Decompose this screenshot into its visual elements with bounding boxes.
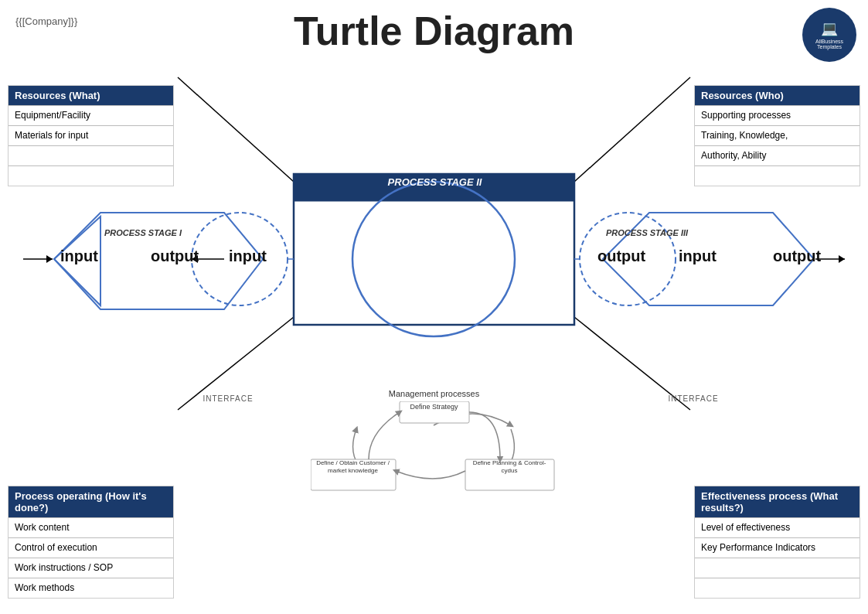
svg-line-0 (178, 77, 294, 182)
eff-row-4 (695, 578, 859, 598)
interface2-label: INTERFACE (655, 394, 732, 403)
proc-how-row-4: Work methods (9, 578, 173, 598)
stage2-label: PROCESS STAGE II (301, 176, 568, 188)
mgmt-title: Management processes (311, 389, 558, 398)
stage3-input-label: input (679, 247, 717, 265)
stage1-input-label: input (60, 247, 98, 265)
eff-row-3 (695, 558, 859, 578)
stage1-label: PROCESS STAGE I (85, 228, 201, 237)
mgmt-node3: Define Planning & Control-cydus (465, 459, 554, 476)
mgmt-node2: Define / Obtain Customer / market knowle… (311, 459, 396, 476)
mgmt-area: Management processes Define Strategy Def… (311, 389, 558, 494)
stage2-input-label: input (229, 247, 267, 265)
interface1-label: INTERFACE (189, 394, 267, 403)
mgmt-node1: Define Strategy (400, 403, 469, 412)
svg-marker-19 (839, 255, 845, 263)
svg-line-1 (574, 77, 690, 182)
stage3-output2-label: output (773, 247, 821, 265)
eff-row-1: Level of effectiveness (695, 517, 859, 537)
eff-row-2: Key Performance Indicators (695, 537, 859, 558)
stage1-output-label: output (151, 247, 199, 265)
proc-how-row-3: Work instructions / SOP (9, 558, 173, 578)
mgmt-cycle-svg (311, 401, 558, 494)
stage3-label: PROCESS STAGE III (589, 228, 705, 237)
svg-marker-15 (46, 255, 53, 263)
proc-how-row-1: Work content (9, 517, 173, 537)
svg-point-6 (352, 182, 515, 336)
proc-how-row-2: Control of execution (9, 537, 173, 558)
stage3-output-label: output (597, 247, 645, 265)
